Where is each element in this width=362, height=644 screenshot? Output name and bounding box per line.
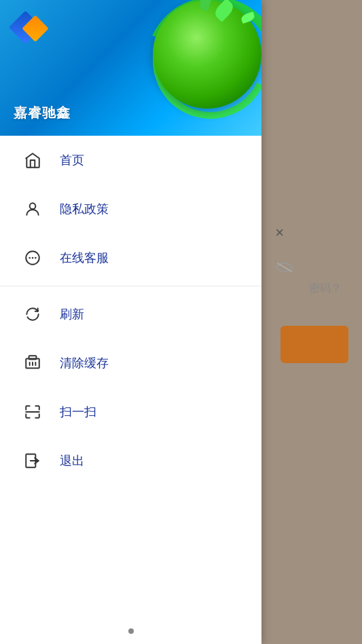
drawer-header: 嘉睿驰鑫 xyxy=(0,0,261,136)
svg-rect-7 xyxy=(29,356,37,359)
menu-divider xyxy=(0,286,261,286)
menu-label-service: 在线客服 xyxy=(60,250,109,266)
home-icon xyxy=(20,148,45,172)
chat-icon xyxy=(20,246,45,270)
close-icon[interactable]: × xyxy=(275,224,284,242)
menu-item-service[interactable]: 在线客服 xyxy=(0,233,261,282)
person-icon xyxy=(20,197,45,221)
svg-point-5 xyxy=(35,257,37,259)
refresh-icon xyxy=(20,302,45,326)
logout-icon xyxy=(20,449,45,473)
navigation-drawer: 嘉睿驰鑫 首页 xyxy=(0,0,261,644)
menu-item-refresh[interactable]: 刷新 xyxy=(0,290,261,339)
right-panel-bg xyxy=(253,0,362,644)
right-panel-button[interactable] xyxy=(280,326,348,363)
menu-label-refresh: 刷新 xyxy=(60,306,84,322)
svg-point-3 xyxy=(29,257,31,259)
menu-label-logout: 退出 xyxy=(60,453,84,469)
menu-list: 首页 隐私政策 在线客服 xyxy=(0,136,261,618)
menu-item-logout[interactable]: 退出 xyxy=(0,436,261,485)
svg-point-4 xyxy=(32,257,34,259)
password-hint-text: 密码？ xyxy=(309,282,342,296)
menu-label-scan: 扫一扫 xyxy=(60,404,96,420)
menu-label-clear-cache: 清除缓存 xyxy=(60,355,109,371)
menu-label-home: 首页 xyxy=(60,152,84,168)
menu-item-scan[interactable]: 扫一扫 xyxy=(0,387,261,436)
page-dot xyxy=(128,628,134,634)
scan-icon xyxy=(20,400,45,424)
app-name: 嘉睿驰鑫 xyxy=(14,104,71,122)
menu-item-home[interactable]: 首页 xyxy=(0,136,261,185)
menu-item-privacy[interactable]: 隐私政策 xyxy=(0,185,261,233)
app-logo xyxy=(14,14,48,48)
menu-item-clear-cache[interactable]: 清除缓存 xyxy=(0,339,261,387)
globe-illustration xyxy=(132,0,261,115)
menu-label-privacy: 隐私政策 xyxy=(60,201,109,217)
eye-icon xyxy=(275,258,294,279)
bottom-indicator xyxy=(0,618,261,644)
cache-icon xyxy=(20,351,45,375)
svg-point-1 xyxy=(30,203,36,209)
